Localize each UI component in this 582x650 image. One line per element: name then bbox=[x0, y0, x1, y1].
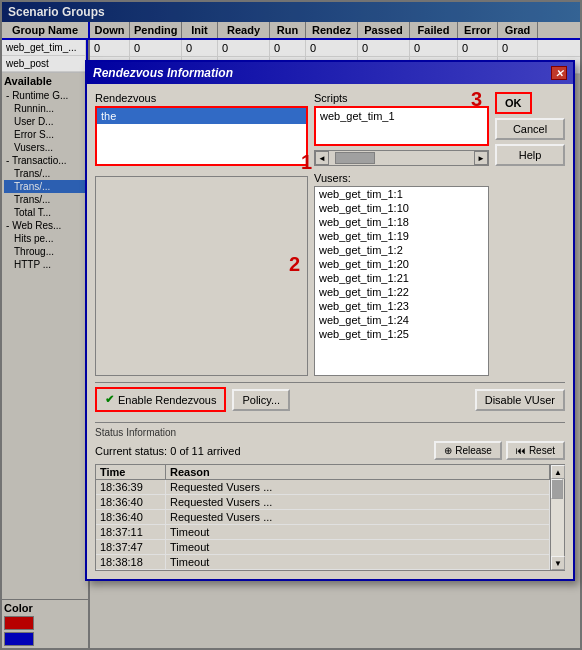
log-time: 18:38:18 bbox=[96, 555, 166, 569]
reset-icon: ⏮ bbox=[516, 445, 526, 456]
vuser-item[interactable]: web_get_tim_1:24 bbox=[315, 313, 488, 327]
status-buttons: ⊕ Release ⏮ Reset bbox=[434, 441, 565, 460]
arrived-label: arrived bbox=[207, 445, 241, 457]
disable-vuser-button[interactable]: Disable VUser bbox=[475, 389, 565, 411]
vuser-item[interactable]: web_get_tim_1:21 bbox=[315, 271, 488, 285]
rendezvous-large-area bbox=[95, 176, 308, 376]
log-row: 18:37:47 Timeout bbox=[96, 540, 550, 555]
current-status-value: 0 of 11 bbox=[170, 445, 204, 457]
current-status-label: Current status: bbox=[95, 445, 167, 457]
dialog-buttons: OK 3 Cancel Help bbox=[495, 92, 565, 376]
scroll-up-button[interactable]: ▲ bbox=[551, 465, 565, 479]
check-icon: ✔ bbox=[105, 393, 114, 406]
scroll-left-arrow[interactable]: ◄ bbox=[315, 151, 329, 165]
vuser-item[interactable]: web_get_tim_1:23 bbox=[315, 299, 488, 313]
vuser-item[interactable]: web_get_tim_1:10 bbox=[315, 201, 488, 215]
vuser-item[interactable]: web_get_tim_1:25 bbox=[315, 327, 488, 341]
rendezvous-dialog: Rendezvous Information ✕ Rendezvous the bbox=[85, 60, 575, 581]
rendezvous-list-container: the 1 bbox=[95, 106, 308, 170]
rendezvous-list[interactable]: the bbox=[95, 106, 308, 166]
log-header: Time Reason bbox=[96, 465, 550, 480]
rendezvous-large-area-wrapper: 2 bbox=[95, 176, 308, 376]
scroll-right-arrow[interactable]: ► bbox=[474, 151, 488, 165]
vuser-item[interactable]: web_get_tim_1:18 bbox=[315, 215, 488, 229]
scrollbar-thumb[interactable] bbox=[335, 152, 375, 164]
vusers-list[interactable]: web_get_tim_1:1 web_get_tim_1:10 web_get… bbox=[314, 186, 489, 376]
log-time: 18:37:11 bbox=[96, 525, 166, 539]
scripts-box: web_get_tim_1 bbox=[314, 106, 489, 146]
log-row: 18:36:40 Requested Vusers ... bbox=[96, 495, 550, 510]
scroll-track bbox=[551, 479, 564, 556]
log-time: 18:37:47 bbox=[96, 540, 166, 554]
log-scrollbar[interactable]: ▲ ▼ bbox=[550, 465, 564, 570]
vuser-item[interactable]: web_get_tim_1:22 bbox=[315, 285, 488, 299]
dialog-title: Rendezvous Information bbox=[93, 66, 233, 80]
log-reason: Requested Vusers ... bbox=[166, 480, 550, 494]
log-reason: Timeout bbox=[166, 540, 550, 554]
scroll-thumb[interactable] bbox=[551, 479, 563, 499]
log-row: 18:36:40 Requested Vusers ... bbox=[96, 510, 550, 525]
vuser-item[interactable]: web_get_tim_1:2 bbox=[315, 243, 488, 257]
ok-button[interactable]: OK bbox=[495, 92, 532, 114]
help-button[interactable]: Help bbox=[495, 144, 565, 166]
enable-label: Enable Rendezvous bbox=[118, 394, 216, 406]
release-icon: ⊕ bbox=[444, 445, 452, 456]
action-row: ✔ Enable Rendezvous Policy... Disable VU… bbox=[95, 382, 565, 416]
modal-overlay: Rendezvous Information ✕ Rendezvous the bbox=[0, 0, 582, 650]
vusers-label: Vusers: bbox=[314, 172, 489, 184]
policy-button[interactable]: Policy... bbox=[232, 389, 290, 411]
ok-btn-wrapper: OK 3 bbox=[495, 92, 565, 114]
dialog-title-bar: Rendezvous Information ✕ bbox=[87, 62, 573, 84]
log-row: 18:38:18 Timeout bbox=[96, 555, 550, 570]
log-wrapper: Time Reason 18:36:39 Requested Vusers ..… bbox=[95, 464, 565, 571]
log-time: 18:36:39 bbox=[96, 480, 166, 494]
status-title: Status Information bbox=[95, 427, 565, 438]
cancel-button[interactable]: Cancel bbox=[495, 118, 565, 140]
current-status: Current status: 0 of 11 arrived bbox=[95, 445, 241, 457]
release-button[interactable]: ⊕ Release bbox=[434, 441, 502, 460]
log-reason: Requested Vusers ... bbox=[166, 495, 550, 509]
scripts-vusers-column: Scripts web_get_tim_1 ◄ ► Vusers: web_g bbox=[314, 92, 489, 376]
enable-rendezvous-button[interactable]: ✔ Enable Rendezvous bbox=[95, 387, 226, 412]
dialog-top-row: Rendezvous the 1 2 bbox=[95, 92, 565, 376]
log-reason: Timeout bbox=[166, 555, 550, 569]
scripts-label: Scripts bbox=[314, 92, 489, 104]
rendezvous-item[interactable]: the bbox=[97, 108, 306, 124]
dialog-close-button[interactable]: ✕ bbox=[551, 66, 567, 80]
log-content: Time Reason 18:36:39 Requested Vusers ..… bbox=[96, 465, 550, 570]
reset-button[interactable]: ⏮ Reset bbox=[506, 441, 565, 460]
vuser-item[interactable]: web_get_tim_1:20 bbox=[315, 257, 488, 271]
log-row: 18:36:39 Requested Vusers ... bbox=[96, 480, 550, 495]
scripts-scrollbar[interactable]: ◄ ► bbox=[314, 150, 489, 166]
log-col-reason: Reason bbox=[166, 465, 550, 479]
log-col-time: Time bbox=[96, 465, 166, 479]
dialog-body: Rendezvous the 1 2 bbox=[87, 84, 573, 579]
log-row: 18:37:11 Timeout bbox=[96, 525, 550, 540]
status-section: Status Information Current status: 0 of … bbox=[95, 422, 565, 571]
vuser-item[interactable]: web_get_tim_1:1 bbox=[315, 187, 488, 201]
scroll-down-button[interactable]: ▼ bbox=[551, 556, 565, 570]
log-reason: Requested Vusers ... bbox=[166, 510, 550, 524]
status-bar: Current status: 0 of 11 arrived ⊕ Releas… bbox=[95, 441, 565, 460]
vuser-item[interactable]: web_get_tim_1:19 bbox=[315, 229, 488, 243]
scenario-groups-window: Scenario Groups Group Name Down Pending … bbox=[0, 0, 582, 650]
log-time: 18:36:40 bbox=[96, 495, 166, 509]
rendezvous-column: Rendezvous the 1 2 bbox=[95, 92, 308, 376]
script-item: web_get_tim_1 bbox=[316, 108, 487, 124]
rendezvous-label: Rendezvous bbox=[95, 92, 308, 104]
log-time: 18:36:40 bbox=[96, 510, 166, 524]
log-reason: Timeout bbox=[166, 525, 550, 539]
